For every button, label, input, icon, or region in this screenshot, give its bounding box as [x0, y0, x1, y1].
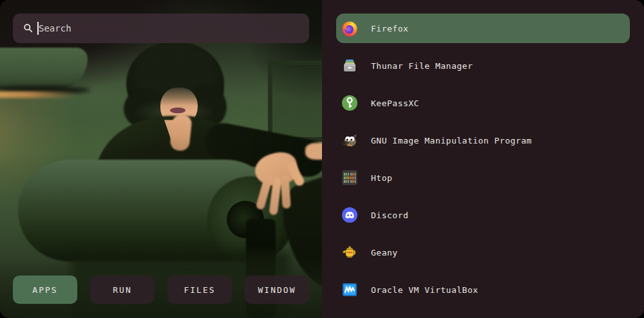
app-item-gimp[interactable]: GNU Image Manipulation Program: [336, 126, 630, 155]
search-bar[interactable]: [13, 14, 309, 43]
app-item-label: Geany: [371, 248, 398, 257]
wallpaper-panel: APPS RUN FILES WINDOW: [0, 0, 322, 318]
app-item-label: KeePassXC: [371, 98, 419, 108]
app-item-firefox[interactable]: Firefox: [336, 14, 630, 43]
mode-tabs: APPS RUN FILES WINDOW: [13, 276, 309, 304]
text-caret: [37, 22, 39, 35]
app-item-discord[interactable]: Discord: [336, 200, 630, 230]
app-item-label: Firefox: [371, 24, 408, 33]
app-item-label: Oracle VM VirtualBox: [371, 285, 478, 295]
app-list: Firefox Thunar File Manager KeePassXC: [322, 0, 644, 318]
thunar-icon: [341, 57, 359, 75]
geany-icon: [341, 243, 359, 261]
app-item-htop[interactable]: Htop: [336, 163, 630, 192]
app-item-thunar[interactable]: Thunar File Manager: [336, 51, 630, 80]
search-icon: [23, 23, 33, 33]
gimp-icon: [341, 131, 359, 149]
tab-window[interactable]: WINDOW: [245, 276, 309, 304]
firefox-icon: [341, 19, 359, 37]
app-item-keepassxc[interactable]: KeePassXC: [336, 88, 630, 118]
tab-apps[interactable]: APPS: [13, 276, 77, 304]
app-item-virtualbox[interactable]: Oracle VM VirtualBox: [336, 275, 630, 304]
app-item-label: Discord: [371, 210, 408, 220]
search-input[interactable]: [39, 23, 299, 33]
keepassxc-icon: [341, 94, 359, 112]
art-grain-overlay: [0, 0, 322, 318]
app-item-geany[interactable]: Geany: [336, 238, 630, 267]
wallpaper-illustration: [0, 0, 322, 318]
virtualbox-icon: [341, 281, 359, 299]
app-item-label: Thunar File Manager: [371, 61, 473, 71]
app-item-label: Htop: [371, 173, 392, 183]
tab-run[interactable]: RUN: [90, 276, 155, 304]
launcher-window: APPS RUN FILES WINDOW: [0, 0, 644, 318]
discord-icon: [341, 206, 359, 224]
tab-files[interactable]: FILES: [167, 276, 232, 304]
htop-icon: [341, 169, 359, 187]
app-item-label: GNU Image Manipulation Program: [371, 136, 532, 145]
